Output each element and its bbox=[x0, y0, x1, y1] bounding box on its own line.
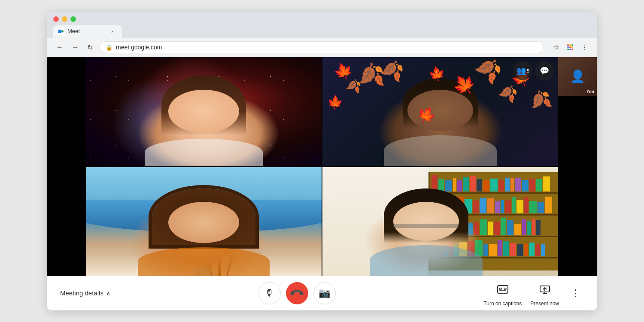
present-now-action[interactable]: Present now bbox=[530, 280, 559, 307]
browser-actions: ☆ ⋮ bbox=[551, 41, 590, 54]
meet-overlay-controls: 👥 5 💬 bbox=[513, 61, 554, 80]
camera-button[interactable]: 📷 bbox=[313, 282, 336, 304]
captions-label: Turn on captions bbox=[483, 301, 522, 307]
lock-icon: 🔒 bbox=[106, 44, 112, 51]
svg-point-2 bbox=[567, 44, 569, 46]
browser-chrome: Meet × bbox=[47, 12, 597, 38]
svg-point-10 bbox=[571, 49, 573, 50]
captions-action[interactable]: Turn on captions bbox=[483, 280, 522, 307]
address-bar: ← → ↻ 🔒 meet.google.com ☆ bbox=[47, 38, 597, 57]
chat-icon: 💬 bbox=[540, 66, 549, 76]
tab-close-button[interactable]: × bbox=[109, 28, 116, 35]
toolbar-right-controls: Turn on captions Present now ⋮ bbox=[483, 280, 584, 307]
chat-button[interactable]: 💬 bbox=[535, 61, 554, 80]
mic-icon: 🎙 bbox=[265, 288, 274, 299]
participants-icon: 👥 bbox=[516, 66, 526, 76]
present-now-label: Present now bbox=[530, 301, 559, 307]
meet-content: 🍁🍂🍁🍂🍁🍂🍁🍂🍁🍂🍁🍂 bbox=[47, 57, 597, 276]
back-button[interactable]: ← bbox=[54, 42, 65, 53]
reload-button[interactable]: ↻ bbox=[85, 42, 95, 53]
meeting-details-label: Meeting details bbox=[60, 289, 103, 297]
url-text: meet.google.com bbox=[116, 44, 162, 51]
svg-point-6 bbox=[569, 46, 571, 48]
svg-rect-12 bbox=[499, 288, 501, 289]
more-options-button[interactable]: ⋮ bbox=[568, 284, 584, 302]
close-dot[interactable] bbox=[53, 16, 59, 22]
bookmark-button[interactable]: ☆ bbox=[551, 41, 561, 54]
video-cell-1 bbox=[86, 57, 322, 166]
camera-icon: 📷 bbox=[319, 288, 330, 299]
participants-button[interactable]: 👥 5 bbox=[513, 61, 532, 80]
meet-favicon bbox=[58, 28, 64, 35]
svg-point-8 bbox=[567, 49, 569, 50]
end-call-icon: 📞 bbox=[289, 285, 305, 301]
svg-point-7 bbox=[571, 46, 573, 48]
maximize-dot[interactable] bbox=[70, 16, 76, 22]
microphone-button[interactable]: 🎙 bbox=[258, 282, 281, 304]
minimize-dot[interactable] bbox=[62, 16, 67, 22]
participants-count: 5 bbox=[527, 68, 529, 73]
side-bar-left bbox=[47, 57, 86, 276]
self-view-label: You bbox=[586, 89, 594, 94]
toolbar-center-controls: 🎙 📞 📷 bbox=[110, 282, 483, 304]
svg-rect-1 bbox=[61, 30, 64, 32]
google-apps-button[interactable] bbox=[565, 42, 576, 53]
svg-rect-13 bbox=[504, 288, 506, 289]
browser-window: Meet × ← → ↻ 🔒 meet.google.com ☆ bbox=[47, 12, 597, 310]
present-icon bbox=[535, 280, 554, 299]
window-controls bbox=[53, 16, 591, 22]
video-cell-4 bbox=[322, 167, 558, 276]
chevron-up-icon: ∧ bbox=[106, 290, 110, 297]
svg-point-4 bbox=[571, 44, 573, 46]
tab-title: Meet bbox=[67, 28, 80, 34]
svg-point-5 bbox=[567, 46, 569, 48]
self-view: 👤 You bbox=[558, 57, 597, 96]
tabbar: Meet × bbox=[53, 25, 591, 38]
video-grid: 🍁🍂🍁🍂🍁🍂🍁🍂🍁🍂🍁🍂 bbox=[86, 57, 558, 276]
svg-point-3 bbox=[569, 44, 571, 46]
active-tab[interactable]: Meet × bbox=[53, 25, 122, 38]
url-bar[interactable]: 🔒 meet.google.com bbox=[99, 41, 544, 53]
captions-icon bbox=[493, 280, 512, 299]
end-call-button[interactable]: 📞 bbox=[286, 282, 308, 304]
menu-button[interactable]: ⋮ bbox=[579, 41, 590, 54]
video-cell-3: 🌿 bbox=[86, 167, 322, 276]
forward-button[interactable]: → bbox=[70, 42, 81, 53]
meeting-details[interactable]: Meeting details ∧ bbox=[60, 289, 110, 297]
meet-toolbar: Meeting details ∧ 🎙 📞 📷 bbox=[47, 276, 597, 310]
svg-point-9 bbox=[569, 49, 571, 50]
